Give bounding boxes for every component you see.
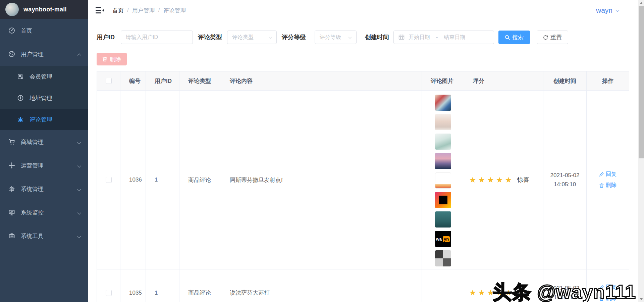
column-header-rating: 坪分: [464, 71, 543, 91]
user-id-input[interactable]: [121, 31, 193, 44]
star-rating: ★★★★★: [469, 288, 514, 297]
sidebar-item-home[interactable]: 首页: [0, 19, 88, 42]
comment-image-clothing-collage[interactable]: [435, 250, 451, 266]
sidebar-collapse-icon[interactable]: [96, 7, 104, 14]
column-header-comment-images: 评论图片: [422, 71, 464, 91]
cell-created-time: 2021-05-02 14:05:10: [543, 91, 587, 269]
chevron-down-icon: [77, 163, 82, 167]
breadcrumb-separator: /: [158, 7, 160, 14]
select-all-checkbox[interactable]: [106, 78, 112, 84]
trash-icon: [599, 296, 604, 301]
cell-comment-type: 商品评论: [179, 269, 221, 302]
search-icon: [505, 35, 510, 40]
sidebar-item-system-monitor[interactable]: 系统监控: [0, 201, 88, 224]
operation-icon: [8, 162, 15, 169]
cell-comment-type: 商品评论: [179, 91, 221, 269]
app-logo-avatar: [5, 3, 19, 16]
delete-button[interactable]: 删除: [97, 53, 127, 65]
sidebar-item-label: 地址管理: [30, 94, 82, 102]
comment-image-sunset-sea[interactable]: [435, 153, 451, 169]
column-header-created-time: 创建时间: [543, 71, 587, 91]
pencil-icon: [599, 172, 604, 177]
user-id-label: 用户ID: [97, 33, 115, 41]
rating-level-select[interactable]: 评分等级: [315, 31, 357, 44]
user-dropdown[interactable]: wayn: [596, 0, 620, 21]
delete-label: 删除: [606, 295, 616, 302]
sidebar-item-user-management[interactable]: 用户管理: [0, 42, 88, 66]
comment-image-abstract-art[interactable]: [435, 95, 451, 111]
delete-link[interactable]: 删除: [599, 182, 616, 189]
calendar-icon: [398, 34, 405, 40]
chevron-down-icon: [77, 187, 82, 191]
comment-image-wayn-logo[interactable]: wa yn: [435, 231, 451, 247]
cell-comment-images: [422, 269, 464, 302]
cell-id: 1035: [120, 269, 146, 302]
search-button[interactable]: 搜索: [498, 31, 530, 44]
rating-level-placeholder: 评分等级: [320, 34, 341, 41]
comment-image-jetbrains-logo[interactable]: [435, 192, 451, 208]
breadcrumb-separator: /: [127, 7, 129, 14]
sidebar-item-member-management[interactable]: 会员管理: [0, 66, 88, 87]
cell-comment-content: 阿斯蒂芬撒旦发射点f: [221, 91, 422, 269]
pencil-icon: [599, 285, 604, 290]
comment-type-select[interactable]: 评论类型: [227, 31, 277, 44]
date-range-picker[interactable]: 开始日期 - 结束日期: [393, 31, 494, 44]
reset-button[interactable]: 重置: [537, 31, 568, 44]
column-header-comment-type: 评论类型: [179, 71, 221, 91]
sidebar-item-comment-management[interactable]: 评论管理: [0, 109, 88, 130]
date-range-separator: -: [436, 34, 438, 40]
reply-link[interactable]: 回复: [599, 284, 616, 291]
rating-label: 惊喜: [517, 176, 529, 184]
row-checkbox[interactable]: [106, 177, 112, 183]
comment-image-pale-portrait[interactable]: [435, 114, 451, 130]
sidebar-item-label: 系统工具: [21, 232, 77, 240]
delete-link[interactable]: 删除: [599, 295, 616, 302]
row-checkbox[interactable]: [106, 290, 112, 296]
cell-comment-images: wa yn: [422, 91, 464, 269]
username: wayn: [596, 6, 612, 14]
trash-icon: [102, 56, 107, 62]
sidebar-item-address-management[interactable]: 地址管理: [0, 87, 88, 109]
sidebar-item-system-tools[interactable]: 系统工具: [0, 224, 88, 248]
created-time-label: 创建时间: [365, 33, 389, 41]
app-logo-area[interactable]: waynboot-mall: [0, 0, 88, 19]
vertical-scrollbar[interactable]: [638, 0, 644, 302]
rating-label: 惊喜: [517, 289, 529, 297]
sidebar-item-label: 会员管理: [30, 73, 82, 81]
logo-black-square: [439, 196, 447, 204]
gear-icon: [8, 185, 15, 193]
table-row: 1036 1 商品评论 阿斯蒂芬撒旦发射点f wa yn ★★★★★: [97, 91, 629, 269]
monitor-icon: [8, 209, 15, 216]
comment-image-fairy-art[interactable]: [435, 134, 451, 150]
dashboard-icon: [8, 27, 15, 34]
sidebar-item-label: 用户管理: [21, 50, 77, 58]
start-date-placeholder: 开始日期: [409, 34, 430, 41]
scroll-down-arrow-icon[interactable]: [638, 296, 644, 302]
scroll-up-arrow-icon[interactable]: [638, 0, 644, 6]
wayn-logo-text-left: wa: [436, 237, 442, 242]
sidebar-item-operation-management[interactable]: 运营管理: [0, 154, 88, 177]
comments-table: 编号 用户ID 评论类型 评论内容 评论图片 坪分 创建时间 操作 1036 1…: [97, 71, 629, 302]
comment-image-bar-chart[interactable]: [435, 172, 451, 189]
column-header-id: 编号: [120, 71, 146, 91]
cell-comment-content: 说法萨芬大苏打: [221, 269, 422, 302]
sidebar-item-label: 商城管理: [21, 138, 77, 146]
cell-user-id: 1: [146, 91, 179, 269]
toolbox-icon: [8, 232, 15, 240]
user-icon: [8, 50, 15, 58]
reply-link[interactable]: 回复: [599, 171, 616, 178]
sidebar-menu: 首页 用户管理 会员管理 地址管理: [0, 19, 88, 248]
refresh-icon: [543, 35, 548, 40]
sidebar-item-system-management[interactable]: 系统管理: [0, 177, 88, 201]
comment-type-placeholder: 评论类型: [232, 34, 254, 41]
chevron-down-icon: [77, 210, 82, 214]
comment-image-teal-sea-boat[interactable]: [435, 211, 451, 228]
cell-rating: ★★★★★ 惊喜: [464, 91, 543, 269]
breadcrumb-home[interactable]: 首页: [112, 7, 124, 14]
scrollbar-thumb[interactable]: [639, 6, 644, 158]
breadcrumb-user-management[interactable]: 用户管理: [132, 7, 155, 14]
star-rating: ★★★★★: [469, 175, 514, 185]
sidebar-item-mall-management[interactable]: 商城管理: [0, 130, 88, 154]
cell-created-time: 2021-05-02 14:04:18: [543, 269, 587, 302]
cell-id: 1036: [120, 91, 146, 269]
